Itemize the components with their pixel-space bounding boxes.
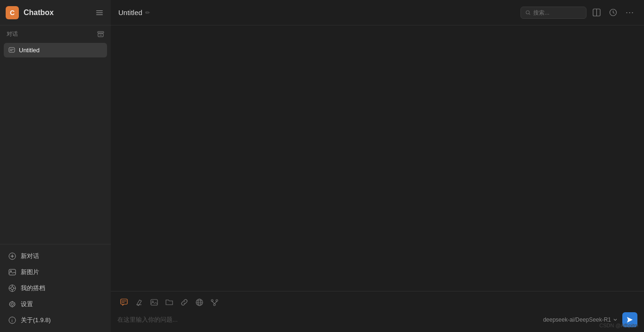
app-title: Chatbox	[24, 8, 89, 17]
model-selector[interactable]: deepseek-ai/DeepSeek-R1	[543, 316, 618, 323]
link-button[interactable]	[178, 296, 191, 308]
input-toolbar	[117, 296, 637, 308]
svg-rect-1	[96, 12, 103, 13]
search-box[interactable]	[520, 7, 586, 19]
svg-rect-6	[9, 48, 15, 52]
svg-line-24	[529, 13, 530, 14]
model-label: deepseek-ai/DeepSeek-R1	[543, 316, 611, 323]
split-view-icon	[593, 8, 601, 16]
chat-mode-icon	[120, 299, 128, 306]
search-input[interactable]	[533, 9, 581, 16]
svg-text:i: i	[12, 318, 13, 323]
new-chat-button[interactable]: 新对话	[4, 248, 107, 264]
model-chevron-icon	[613, 317, 618, 322]
header-actions: ···	[520, 5, 636, 20]
chat-mode-button[interactable]	[117, 296, 131, 308]
settings-icon	[8, 300, 16, 308]
svg-line-43	[215, 301, 217, 304]
search-icon	[526, 10, 530, 16]
app-logo: C	[6, 6, 19, 19]
main-header: Untitled ✏	[111, 0, 644, 25]
image-attach-icon	[150, 299, 158, 306]
about-icon: i	[8, 316, 16, 324]
input-area: deepseek-ai/DeepSeek-R1	[111, 291, 644, 332]
edit-title-icon[interactable]: ✏	[145, 9, 150, 16]
image-attach-button[interactable]	[148, 296, 161, 308]
partner-icon	[8, 284, 16, 292]
settings-button[interactable]: 设置	[4, 296, 107, 312]
svg-point-39	[211, 300, 213, 301]
main-title-container: Untitled ✏	[118, 8, 516, 16]
web-search-button[interactable]	[193, 296, 206, 308]
main-content: Untitled ✏	[111, 0, 644, 332]
my-partner-button[interactable]: 我的搭档	[4, 280, 107, 296]
link-icon	[181, 299, 188, 306]
svg-rect-2	[96, 14, 103, 15]
split-view-button[interactable]	[590, 6, 603, 19]
message-input[interactable]	[117, 316, 538, 324]
sidebar-header: C Chatbox	[0, 0, 111, 25]
eraser-icon	[135, 299, 143, 306]
svg-point-20	[11, 303, 14, 306]
archive-icon	[97, 31, 104, 38]
sidebar: C Chatbox 对话	[0, 0, 111, 332]
chat-icon	[8, 47, 15, 54]
branch-button[interactable]	[208, 296, 221, 308]
history-icon	[609, 8, 617, 16]
about-button[interactable]: i 关于(1.9.8)	[4, 312, 107, 328]
send-button[interactable]	[622, 312, 637, 327]
svg-point-41	[214, 304, 215, 306]
svg-rect-3	[98, 32, 104, 33]
more-options-button[interactable]: ···	[623, 5, 636, 20]
history-button[interactable]	[607, 6, 619, 19]
sidebar-item-untitled[interactable]: Untitled	[4, 43, 107, 57]
chat-area	[111, 25, 644, 291]
svg-rect-32	[151, 300, 157, 305]
svg-rect-28	[121, 299, 127, 304]
branch-icon	[211, 299, 218, 306]
send-icon	[627, 316, 633, 323]
folder-icon	[165, 299, 173, 306]
svg-line-42	[212, 301, 215, 304]
new-image-icon	[8, 268, 16, 276]
sidebar-toggle-icon	[96, 9, 103, 16]
sidebar-bottom: 新对话 新图片 我的搭档	[0, 244, 111, 332]
svg-point-14	[11, 287, 14, 290]
clear-button[interactable]	[132, 296, 146, 308]
svg-marker-44	[627, 317, 633, 323]
conversations-section-header: 对话	[0, 25, 111, 41]
file-attach-button[interactable]	[163, 296, 176, 308]
input-row: deepseek-ai/DeepSeek-R1	[117, 312, 637, 327]
svg-rect-0	[96, 10, 103, 11]
svg-point-23	[526, 10, 529, 14]
new-chat-icon	[8, 252, 16, 260]
archive-button[interactable]	[97, 31, 104, 38]
new-image-button[interactable]: 新图片	[4, 264, 107, 280]
conversation-list: Untitled	[0, 41, 111, 244]
more-options-icon: ···	[626, 8, 634, 17]
svg-point-40	[216, 300, 218, 301]
sidebar-toggle-button[interactable]	[94, 7, 105, 18]
web-search-icon	[196, 299, 203, 306]
message-input-wrapper	[117, 316, 538, 324]
conversation-title: Untitled	[118, 8, 142, 16]
